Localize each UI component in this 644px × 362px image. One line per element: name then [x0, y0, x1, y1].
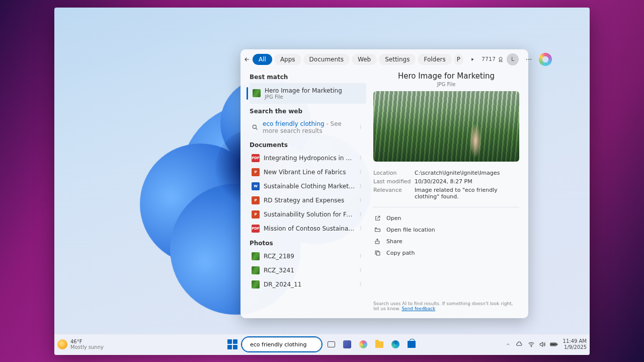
folder-open-icon [374, 227, 381, 233]
result-title: RCZ_3241 [264, 267, 355, 274]
battery-icon[interactable] [550, 341, 558, 348]
search-panel: All Apps Documents Web Settings Folders … [240, 49, 528, 318]
action-share[interactable]: Share [373, 236, 519, 247]
tab-documents[interactable]: Documents [303, 54, 350, 65]
result-title: RD Strategy and Expenses [264, 197, 355, 204]
web-search-result[interactable]: eco friendly clothing - See more search … [250, 117, 366, 137]
results-column: Best match Hero Image for Marketing JPG … [244, 68, 368, 313]
document-result[interactable]: P Sustainability Solution for Future ...… [250, 207, 366, 222]
svg-rect-10 [556, 344, 557, 345]
tab-more-p[interactable]: P [454, 54, 463, 65]
result-title: Sustainability Solution for Future ... [264, 211, 355, 218]
doc-icon: W [252, 182, 260, 190]
search-input[interactable] [250, 341, 323, 348]
preview-title: Hero Image for Marketing [373, 71, 519, 81]
svg-rect-6 [376, 252, 380, 255]
store-icon[interactable] [405, 338, 418, 351]
tray-overflow-icon[interactable] [506, 342, 511, 347]
svg-point-4 [253, 125, 256, 128]
ai-disclaimer: Search uses AI to find results. If somet… [373, 297, 519, 313]
document-result[interactable]: P New Vibrant Line of Fabrics 〉 [250, 165, 366, 179]
system-tray: 11:49 AM 1/9/2025 [506, 338, 587, 350]
taskbar-search[interactable] [242, 337, 321, 351]
pdf-icon: PDF [252, 154, 260, 162]
meta-relevance-key: Relevance [373, 187, 415, 200]
document-result[interactable]: P RD Strategy and Expenses 〉 [250, 193, 366, 207]
thumbnail-icon [252, 266, 260, 274]
chevron-right-icon: 〉 [359, 211, 364, 218]
svg-rect-11 [550, 343, 555, 345]
task-view-button[interactable] [325, 338, 338, 351]
rewards-icon [498, 56, 504, 62]
tab-all[interactable]: All [253, 54, 272, 65]
tab-settings[interactable]: Settings [379, 54, 416, 65]
file-explorer-icon[interactable] [373, 338, 386, 351]
search-panel-header: All Apps Documents Web Settings Folders … [240, 49, 528, 68]
preview-filetype: JPG File [373, 82, 519, 87]
weather-temp: 46°F [70, 339, 104, 344]
open-icon [374, 215, 381, 222]
web-query: eco friendly clothing [263, 120, 325, 127]
action-open[interactable]: Open [373, 212, 519, 224]
copilot-icon[interactable] [539, 53, 552, 66]
ppt-icon: P [252, 168, 260, 176]
svg-point-1 [526, 58, 527, 59]
share-icon [374, 238, 381, 245]
copilot-taskbar-icon[interactable] [357, 338, 370, 351]
thumbnail-icon [252, 252, 260, 260]
result-title: DR_2024_11 [264, 281, 355, 288]
section-best-match: Best match [250, 74, 366, 81]
action-copy-path[interactable]: Copy path [373, 247, 519, 259]
onedrive-icon[interactable] [516, 341, 523, 348]
section-photos: Photos [250, 240, 366, 247]
section-search-web: Search the web [250, 108, 366, 115]
user-avatar[interactable]: L [507, 53, 519, 65]
document-result[interactable]: PDF Mission of Contoso Sustainable F... … [250, 222, 366, 236]
clock[interactable]: 11:49 AM 1/9/2025 [563, 338, 587, 350]
tab-web[interactable]: Web [352, 54, 377, 65]
thumbnail-icon [252, 280, 260, 288]
svg-point-3 [530, 58, 531, 59]
result-title: Sustainable Clothing Marketing ... [264, 183, 355, 190]
send-feedback-link[interactable]: Send feedback [401, 306, 435, 311]
weather-widget[interactable]: 46°F Mostly sunny [57, 339, 104, 350]
result-title: RCZ_2189 [264, 253, 355, 260]
ppt-icon: P [252, 210, 260, 219]
best-match-result[interactable]: Hero Image for Marketing JPG File [250, 83, 366, 104]
photo-result[interactable]: RCZ_3241 〉 [250, 263, 366, 277]
result-title: Integrating Hydroponics in Manu... [264, 155, 355, 162]
edge-icon[interactable] [389, 338, 402, 351]
weather-icon [57, 339, 67, 349]
svg-point-2 [528, 58, 529, 59]
points-value: 7717 [481, 56, 496, 62]
action-open-location[interactable]: Open file location [373, 224, 519, 236]
chevron-right-icon: 〉 [359, 225, 364, 232]
chevron-right-icon: 〉 [359, 183, 364, 190]
svg-point-8 [531, 346, 531, 347]
start-button[interactable] [226, 338, 239, 351]
document-result[interactable]: W Sustainable Clothing Marketing ... 〉 [250, 179, 366, 193]
rewards-points[interactable]: 7717 [481, 56, 504, 62]
photo-result[interactable]: RCZ_2189 〉 [250, 249, 366, 263]
search-icon [252, 124, 259, 131]
preview-image [373, 91, 519, 162]
teams-icon[interactable] [341, 338, 354, 351]
tabs-scroll-right[interactable] [465, 52, 479, 66]
document-result[interactable]: PDF Integrating Hydroponics in Manu... 〉 [250, 151, 366, 165]
wifi-icon[interactable] [528, 341, 535, 348]
tab-folders[interactable]: Folders [418, 54, 451, 65]
volume-icon[interactable] [539, 341, 546, 348]
time: 11:49 AM [563, 338, 587, 344]
svg-rect-5 [375, 241, 379, 243]
section-documents: Documents [250, 141, 366, 149]
result-title: Hero Image for Marketing [265, 87, 342, 94]
photo-result[interactable]: DR_2024_11 〉 [250, 277, 366, 292]
back-button[interactable] [244, 52, 251, 66]
tab-apps[interactable]: Apps [274, 54, 301, 65]
chevron-right-icon: 〉 [359, 253, 364, 260]
more-options-button[interactable] [522, 52, 536, 66]
meta-location-value: C:\scratch\Ignite\Ignite\Images [415, 170, 500, 176]
chevron-right-icon: 〉 [359, 124, 364, 131]
chevron-right-icon: 〉 [359, 169, 364, 176]
date: 1/9/2025 [563, 344, 587, 350]
